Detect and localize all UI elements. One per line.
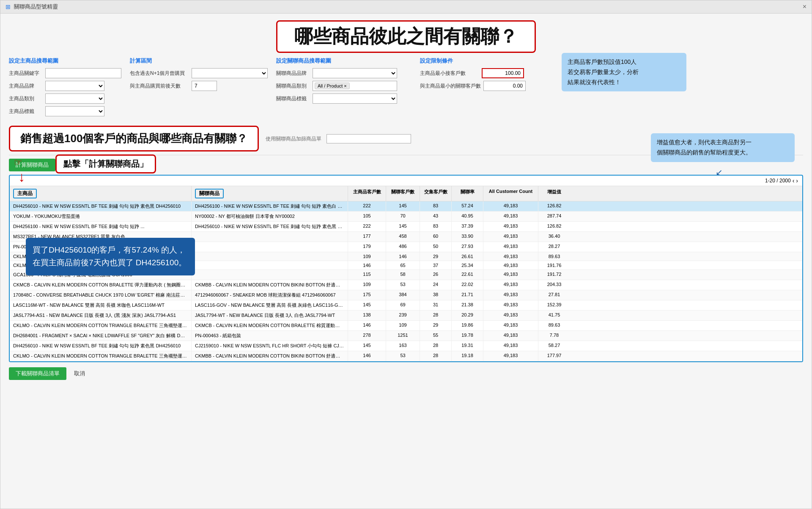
- td-main: DH4256100 - NIKE W NSW ESSNTL BF TEE 刺繡 …: [10, 222, 192, 231]
- related-category-filter[interactable]: All / Product ×: [313, 81, 397, 91]
- th-main: 主商品: [10, 186, 192, 201]
- main-keyword-label: 主商品關鍵字: [9, 70, 43, 77]
- prev-page-button[interactable]: ‹: [793, 177, 795, 184]
- table-row[interactable]: LASC116M-WT - NEW BALANCE 雙層 高筒 長襪 米咖色 L…: [10, 300, 802, 311]
- min-customers-label: 主商品最小接客戶數: [420, 70, 479, 77]
- td-related: LASC116-GOV - NEW BALANCE 雙層 高筒 長襪 灰綠色 L…: [192, 300, 348, 310]
- top-form-area: 設定主商品搜尋範圍 主商品關鍵字 主商品品牌 主商品類別 主商品標籤: [9, 57, 803, 119]
- table-row[interactable]: DH4256010 - NIKE W NSW ESSNTL BF TEE 刺繡 …: [10, 341, 802, 351]
- td-related-cust: 486: [386, 242, 420, 252]
- td-rate: 33.90: [452, 232, 483, 242]
- table-row[interactable]: YOKUM - YOKUMOKU雪茄蛋捲NY00002 - NY 都可柚油御餅 …: [10, 212, 802, 222]
- td-related: [192, 252, 348, 261]
- min-customers-row: 主商品最小接客戶數: [420, 68, 555, 78]
- related-brand-label: 關聯商品品牌: [276, 70, 310, 77]
- min-related-customers-label: 與主商品最小的關聯客戶數: [420, 83, 481, 90]
- cancel-button-2[interactable]: 取消: [71, 367, 88, 380]
- close-button[interactable]: ×: [803, 3, 807, 11]
- th-gain: 增益值: [538, 186, 570, 201]
- td-exchange-cust: 29: [420, 252, 452, 261]
- td-related: DH4256010 - NIKE W NSW ESSNTL BF TEE 刺繡 …: [192, 222, 348, 231]
- related-tag-row: 關聯商品標籤: [276, 94, 411, 104]
- td-exchange-cust: 24: [420, 280, 452, 290]
- main-brand-select[interactable]: [45, 81, 104, 91]
- td-gain: 204.33: [538, 280, 570, 290]
- table-row[interactable]: 170848C - CONVERSE BREATHABLE CHUCK 1970…: [10, 290, 802, 300]
- th-all-cust: All Customer Count: [483, 186, 538, 201]
- related-category-value: All / Product ×: [318, 83, 347, 88]
- download-button[interactable]: 下載關聯商品清單: [9, 367, 66, 380]
- table-row[interactable]: CKMCB - CALVIN KLEIN MODERN COTTON BRALE…: [10, 280, 802, 290]
- td-main-cust: 145: [348, 300, 386, 310]
- include-past-label: 包含過去N+1個月曾購買: [130, 70, 189, 77]
- min-customers-input[interactable]: [482, 68, 524, 78]
- min-related-customers-input[interactable]: [483, 81, 526, 91]
- table-row[interactable]: DH4256100 - NIKE W NSW ESSNTL BF TEE 刺繡 …: [10, 222, 802, 232]
- main-search-section: 設定主商品搜尋範圍 主商品關鍵字 主商品品牌 主商品類別 主商品標籤: [9, 57, 121, 119]
- td-all-cust: 49,183: [483, 222, 538, 231]
- calc-section: 計算區間 包含過去N+1個月曾購買 與主商品購買前後天數: [130, 57, 268, 94]
- td-rate: 27.93: [452, 242, 483, 252]
- main-category-select[interactable]: [45, 94, 104, 104]
- td-exchange-cust: 26: [420, 270, 452, 280]
- td-related: NY00002 - NY 都可柚油御餅 日本零食 NY00002: [192, 212, 348, 221]
- td-rate: 21.38: [452, 300, 483, 310]
- table-row[interactable]: DH2684001 - FRAGMENT × SACAI × NIKE LDWA…: [10, 331, 802, 341]
- td-all-cust: 49,183: [483, 341, 538, 351]
- td-main: CKMCB - CALVIN KLEIN MODERN COTTON BRALE…: [10, 280, 192, 290]
- main-tag-select[interactable]: [45, 106, 104, 116]
- main-search-header: 設定主商品搜尋範圍: [9, 57, 121, 65]
- td-related-cust: 384: [386, 290, 420, 300]
- td-rate: 19.31: [452, 341, 483, 351]
- td-related: CKMBB - CALVIN KLEIN MODERN COTTON BIKIN…: [192, 351, 348, 361]
- td-related: [192, 270, 348, 280]
- td-all-cust: 49,183: [483, 212, 538, 221]
- th-rate: 關聯率: [452, 186, 483, 201]
- td-main-cust: 179: [348, 242, 386, 252]
- main-keyword-input[interactable]: [45, 68, 121, 78]
- td-main-cust: 105: [348, 212, 386, 221]
- td-rate: 26.61: [452, 252, 483, 261]
- table-body: DH4256010 - NIKE W NSW ESSNTL BF TEE 刺繡 …: [10, 201, 802, 361]
- td-related-cust: 1251: [386, 331, 420, 341]
- heading-annotation-box: 哪些商品彼此之間有關聯？: [276, 20, 536, 53]
- table-row[interactable]: DH4256010 - NIKE W NSW ESSNTL BF TEE 刺繡 …: [10, 201, 802, 212]
- td-rate: 25.34: [452, 261, 483, 270]
- td-main-cust: 109: [348, 280, 386, 290]
- td-main: CKLMO - CALVIN KLEIN MODERN COTTON TRIAN…: [10, 351, 192, 361]
- td-gain: 36.40: [538, 232, 570, 242]
- title-bar: ⊞ 關聯商品型號精靈 ×: [0, 0, 812, 14]
- td-all-cust: 49,183: [483, 351, 538, 361]
- related-category-label: 關聯商品類別: [276, 83, 310, 90]
- table-row[interactable]: JASL7794-AS1 - NEW BALANCE 日版 長襪 3人 (黑 淺…: [10, 311, 802, 321]
- calc-buttons-row: 計算關聯商品 取消 ☞ ↑ 點擊「計算關聯商品」 增益值愈大者，則代表主商品對另…: [9, 159, 803, 171]
- td-related-cust: 69: [386, 300, 420, 310]
- td-all-cust: 49,183: [483, 290, 538, 300]
- td-main-cust: 222: [348, 222, 386, 231]
- related-search-header: 設定關聯商品搜尋範圍: [276, 57, 411, 65]
- table-row[interactable]: CKLMO - CALVIN KLEIN MODERN COTTON TRIAN…: [10, 321, 802, 331]
- td-rate: 40.95: [452, 212, 483, 221]
- table-row[interactable]: CKLMO - CALVIN KLEIN MODERN COTTON TRIAN…: [10, 351, 802, 361]
- td-exchange-cust: 43: [420, 212, 452, 221]
- use-related-input[interactable]: [326, 134, 411, 143]
- customers-annotation-box: 主商品客戶數預設值100人若交易客戶數量太少，分析結果就沒有代表性！: [562, 53, 686, 91]
- td-related-cust: 58: [386, 270, 420, 280]
- hand-cursor-icon: ☞: [14, 157, 22, 168]
- main-brand-row: 主商品品牌: [9, 81, 121, 91]
- related-brand-select[interactable]: [313, 68, 397, 78]
- increase-arrow-icon: ↙: [716, 167, 723, 177]
- next-page-button[interactable]: ›: [796, 177, 798, 184]
- td-related-cust: 53: [386, 351, 420, 361]
- related-tag-select[interactable]: [313, 94, 397, 104]
- td-related: JASL7794-WT - NEW BALANCE 日版 長襪 3人 白色 JA…: [192, 311, 348, 320]
- td-exchange-cust: 31: [420, 300, 452, 310]
- heading-annotation-area: 哪些商品彼此之間有關聯？: [9, 20, 803, 53]
- td-gain: 89.63: [538, 321, 570, 330]
- include-past-select[interactable]: [192, 68, 268, 78]
- days-input[interactable]: [192, 81, 217, 91]
- increase-annotation-box: 增益值愈大者，則代表主商品對另一個關聯商品的銷售的幫助程度更大。: [651, 133, 795, 162]
- click-annotation-text: 點擊「計算關聯商品」: [63, 159, 148, 168]
- calc-header: 計算區間: [130, 57, 268, 65]
- bottom-bar: 下載關聯商品清單 取消: [9, 367, 803, 380]
